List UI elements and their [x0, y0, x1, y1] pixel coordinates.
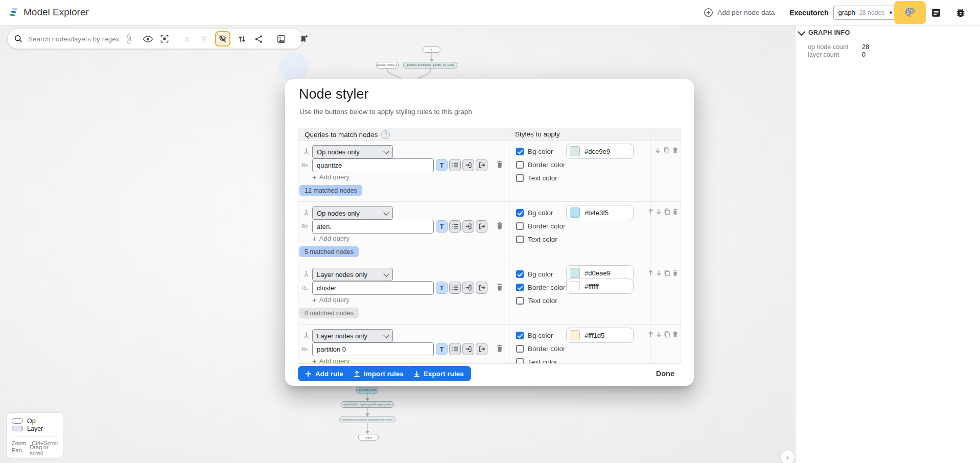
- arrow-down-icon: [655, 147, 661, 154]
- matched-nodes-badge: 12 matched nodes: [299, 185, 362, 196]
- add-query-button[interactable]: + Add query: [312, 173, 349, 181]
- duplicate-rule-button[interactable]: [663, 146, 670, 154]
- border-color-checkbox[interactable]: [516, 161, 524, 169]
- text-color-checkbox[interactable]: [516, 297, 524, 305]
- match-attrs-toggle[interactable]: [449, 343, 461, 355]
- graph-node[interactable]: output: [358, 434, 379, 441]
- match-label-toggle[interactable]: T: [436, 282, 448, 294]
- bg-color-field[interactable]: #dce9e9: [566, 144, 634, 159]
- bg-color-checkbox[interactable]: [516, 209, 524, 217]
- search-help-icon[interactable]: ?: [127, 34, 131, 44]
- text-color-checkbox[interactable]: [516, 358, 524, 364]
- delete-rule-button[interactable]: [672, 207, 679, 215]
- share-graph-button[interactable]: [253, 33, 264, 44]
- move-rule-down-button[interactable]: [656, 330, 662, 338]
- match-inputs-toggle[interactable]: [462, 343, 474, 355]
- query-regex-input[interactable]: [312, 220, 434, 234]
- duplicate-rule-button[interactable]: [664, 269, 670, 276]
- node-type-select[interactable]: Layer nodes only: [312, 329, 393, 342]
- delete-rule-button[interactable]: [671, 146, 679, 154]
- expand-all-layers-button[interactable]: [198, 33, 209, 44]
- border-color-field[interactable]: #ffffff: [566, 279, 634, 294]
- bg-color-checkbox[interactable]: [516, 148, 524, 155]
- add-per-node-data-button[interactable]: Add per-node data: [704, 8, 775, 17]
- move-rule-up-button[interactable]: [647, 269, 654, 276]
- match-label-toggle[interactable]: T: [436, 220, 448, 233]
- export-rules-button[interactable]: Export rules: [406, 366, 471, 381]
- import-rules-button[interactable]: Import rules: [346, 366, 411, 381]
- move-rule-up-button[interactable]: [647, 207, 654, 215]
- delete-query-button[interactable]: [496, 344, 504, 353]
- query-regex-input[interactable]: [312, 342, 434, 356]
- move-rule-down-button[interactable]: [656, 207, 662, 215]
- border-color-checkbox[interactable]: [516, 284, 524, 291]
- move-rule-down-button[interactable]: [654, 146, 661, 154]
- border-color-checkbox[interactable]: [516, 345, 524, 353]
- delete-query-button[interactable]: [496, 283, 504, 291]
- model-source-button[interactable]: [930, 7, 942, 19]
- match-inputs-toggle[interactable]: [462, 220, 474, 233]
- add-query-button[interactable]: + Add query: [312, 234, 349, 243]
- match-label-toggle[interactable]: T: [436, 159, 448, 171]
- fit-to-screen-button[interactable]: [159, 33, 170, 44]
- match-attrs-toggle[interactable]: [449, 220, 461, 233]
- delete-rule-button[interactable]: [672, 330, 679, 338]
- duplicate-rule-button[interactable]: [664, 207, 670, 215]
- match-outputs-toggle[interactable]: [476, 343, 487, 355]
- border-color-checkbox[interactable]: [516, 222, 524, 230]
- graph-info-header[interactable]: GRAPH INFO: [799, 29, 850, 36]
- query-regex-input[interactable]: [312, 281, 434, 295]
- delete-rule-button[interactable]: [672, 269, 679, 276]
- toggle-visibility-button[interactable]: [142, 33, 153, 44]
- queries-help-icon[interactable]: ?: [381, 130, 390, 139]
- graph-selector-dropdown[interactable]: graph 28 nodes ▼: [833, 6, 898, 20]
- match-attrs-toggle[interactable]: [449, 282, 461, 294]
- move-rule-down-button[interactable]: [656, 269, 662, 276]
- rule-actions: [650, 330, 681, 338]
- match-outputs-toggle[interactable]: [476, 220, 487, 233]
- graph-node[interactable]: quantized_decomposed_dequantize_per_tens…: [339, 416, 395, 423]
- color-swatch: [570, 330, 580, 340]
- graph-node[interactable]: aten_sub_tensor: [356, 387, 378, 393]
- arrow-down-icon: [656, 269, 662, 276]
- panel-collapse-button[interactable]: ›: [780, 450, 795, 463]
- match-outputs-toggle[interactable]: [476, 159, 487, 171]
- search-input[interactable]: [27, 35, 121, 43]
- done-button[interactable]: Done: [653, 366, 678, 381]
- duplicate-rule-button[interactable]: [664, 330, 670, 338]
- delete-query-button[interactable]: [496, 160, 504, 169]
- graph-node[interactable]: quantized_decomposed_quantize_per_tensor: [403, 62, 457, 68]
- query-regex-input[interactable]: [312, 158, 434, 172]
- graph-node[interactable]: lowered_module_0: [376, 62, 399, 68]
- flatten-layers-button[interactable]: [215, 31, 230, 47]
- report-bug-button[interactable]: [954, 7, 967, 19]
- move-rule-up-button[interactable]: [647, 330, 654, 338]
- add-rule-button[interactable]: Add rule: [298, 366, 351, 381]
- node-type-select[interactable]: Op nodes only: [312, 145, 393, 158]
- text-color-checkbox[interactable]: [516, 236, 524, 243]
- add-query-button[interactable]: + Add query: [312, 357, 349, 364]
- match-outputs-toggle[interactable]: [476, 282, 487, 294]
- match-inputs-toggle[interactable]: [462, 159, 474, 171]
- export-image-button[interactable]: [275, 33, 287, 44]
- bg-color-checkbox[interactable]: [516, 332, 524, 339]
- node-styler-button[interactable]: [904, 6, 916, 18]
- match-attrs-toggle[interactable]: [449, 159, 461, 171]
- text-color-checkbox[interactable]: [516, 174, 524, 182]
- bg-color-field[interactable]: #fff1d5: [566, 328, 634, 343]
- add-query-button[interactable]: + Add query: [312, 295, 349, 304]
- graph-node[interactable]: quantized_decomposed_quantize_per_tensor: [341, 401, 394, 408]
- match-inputs-toggle[interactable]: [462, 282, 474, 294]
- delete-query-button[interactable]: [496, 221, 504, 230]
- match-label-toggle[interactable]: T: [436, 343, 448, 355]
- search-box[interactable]: [14, 34, 121, 43]
- bg-color-field[interactable]: #b4e3f5: [566, 205, 634, 220]
- node-type-select[interactable]: Layer nodes only: [312, 268, 393, 281]
- bookmark-button[interactable]: [298, 33, 309, 44]
- graph-node[interactable]: x: [423, 47, 440, 53]
- reorder-layout-button[interactable]: [236, 33, 247, 44]
- collapse-all-layers-button[interactable]: [181, 33, 193, 44]
- node-type-select[interactable]: Op nodes only: [312, 206, 393, 220]
- bg-color-checkbox[interactable]: [516, 270, 524, 278]
- node-type-icon: [302, 148, 310, 155]
